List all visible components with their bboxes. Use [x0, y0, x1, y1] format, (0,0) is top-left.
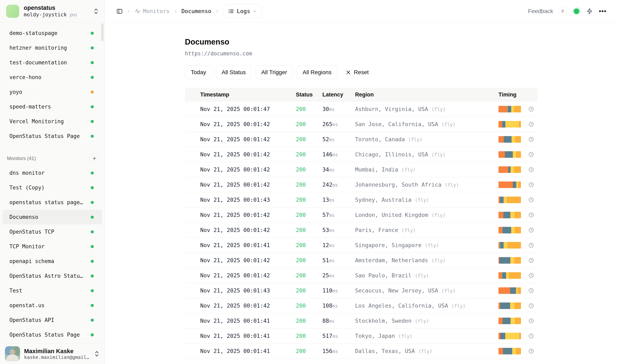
workspace-plan-badge: pro	[70, 12, 77, 17]
timing-details-button[interactable]	[527, 272, 535, 280]
sidebar-monitor-test[interactable]: Test	[2, 283, 102, 298]
sidebar-page-yoyo[interactable]: yoyo	[2, 85, 102, 99]
timing-details-button[interactable]	[527, 196, 535, 204]
cell-status: 200	[296, 166, 322, 173]
activity-icon	[134, 8, 141, 14]
feedback-button[interactable]: Feedback	[528, 8, 553, 14]
filter-date[interactable]: Today	[185, 65, 212, 79]
log-row[interactable]: Nov 21, 2025 00:01:42 200 265ms San Jose…	[185, 117, 538, 132]
sidebar-item-label: OpenStatus API	[9, 317, 91, 323]
sidebar-monitor-openstatus-astro-statu[interactable]: OpenStatus Astro Statu…	[2, 269, 102, 283]
timing-details-button[interactable]	[527, 332, 535, 340]
breadcrumb-monitors[interactable]: Monitors	[134, 8, 169, 14]
timing-details-button[interactable]	[527, 166, 535, 174]
sidebar-item-label: openstatus status page…	[9, 199, 91, 205]
log-row[interactable]: Nov 21, 2025 00:01:41 200 88ms Stockholm…	[185, 313, 538, 328]
timing-details-button[interactable]	[527, 241, 535, 249]
timing-segment-tls	[500, 302, 510, 309]
timing-details-button[interactable]	[527, 150, 535, 159]
log-row[interactable]: Nov 21, 2025 00:01:42 200 108ms Los Ange…	[185, 298, 538, 313]
cell-region: Toronto, Canada (fly)	[355, 136, 499, 143]
sidebar-monitor-openstatus-status-page[interactable]: openstatus status page…	[2, 195, 102, 210]
timing-details-button[interactable]	[527, 135, 535, 143]
log-row[interactable]: Nov 21, 2025 00:01:42 200 146ms Chicago,…	[185, 147, 538, 162]
sidebar-page-hetzner-monitoring[interactable]: hetzner monitoring	[2, 40, 102, 55]
status-dot	[91, 120, 94, 123]
sidebar-item-label: Vercel Monitoring	[9, 118, 91, 124]
log-row[interactable]: Nov 21, 2025 00:01:42 200 57ms London, U…	[185, 208, 538, 222]
reset-filters-button[interactable]: Reset	[346, 69, 369, 76]
status-dot	[91, 61, 94, 64]
clock-icon	[528, 349, 534, 354]
workspace-name: openstatus	[24, 4, 89, 11]
sidebar-monitor-openstatus-api[interactable]: OpenStatus API	[2, 313, 102, 327]
sidebar-scrollbar[interactable]	[101, 23, 103, 41]
more-options-button[interactable]: •••	[599, 8, 606, 15]
cell-latency: 53ms	[322, 227, 355, 233]
log-row[interactable]: Nov 21, 2025 00:01:42 200 51ms Amsterdam…	[185, 253, 538, 268]
user-menu[interactable]: Maximilian Kaske kaske.maximilian@gmail…	[0, 343, 104, 364]
sidebar-monitor-openstat-us[interactable]: openstat.us	[2, 298, 102, 313]
timing-details-button[interactable]	[527, 347, 535, 355]
log-row[interactable]: Nov 21, 2025 00:01:47 200 30ms Ashburn, …	[185, 102, 538, 117]
sidebar-toggle-button[interactable]	[116, 8, 123, 14]
status-dot	[91, 289, 94, 292]
add-monitor-button[interactable]	[90, 154, 99, 163]
latency-unit: ms	[329, 273, 335, 278]
sidebar-item-label: yoyo	[9, 89, 91, 95]
sidebar-page-vercel-monitoring[interactable]: Vercel Monitoring	[2, 114, 102, 129]
timing-details-button[interactable]	[527, 302, 535, 310]
log-row[interactable]: Nov 21, 2025 00:01:41 200 156ms Dallas, …	[185, 344, 538, 359]
timing-details-button[interactable]	[527, 181, 535, 189]
log-row[interactable]: Nov 21, 2025 00:01:42 200 25ms Sao Paulo…	[185, 268, 538, 283]
timing-details-button[interactable]	[527, 120, 535, 128]
log-row[interactable]: Nov 21, 2025 00:01:42 200 52ms Toronto, …	[185, 132, 538, 147]
sidebar-page-test-documentation[interactable]: test-documentation	[2, 55, 102, 70]
cell-region: Los Angeles, California, USA (fly)	[355, 302, 499, 309]
sidebar-monitor-openapi-schema[interactable]: openapi schema	[2, 254, 102, 269]
sidebar-page-verce-hono[interactable]: verce-hono	[2, 70, 102, 85]
timing-segment-ttfb	[516, 287, 518, 294]
latency-unit: ms	[329, 197, 335, 203]
command-menu-button[interactable]	[586, 8, 593, 15]
timing-segment-dns	[499, 136, 504, 143]
log-row[interactable]: Nov 21, 2025 00:01:41 200 12ms Singapore…	[185, 238, 538, 253]
log-row[interactable]: Nov 21, 2025 00:01:42 200 242ms Johannes…	[185, 177, 538, 192]
sidebar-page-speed-matters[interactable]: speed-matters	[2, 99, 102, 114]
breadcrumb-monitor-name[interactable]: Documenso	[181, 8, 211, 14]
log-row[interactable]: Nov 21, 2025 00:01:41 200 517ms Tokyo, J…	[185, 328, 538, 344]
sidebar-monitor-openstatus-status-page[interactable]: OpenStatus Status Page	[2, 327, 102, 342]
sidebar-page-openstatus-status-page[interactable]: OpenStatus Status Page	[2, 129, 102, 143]
timing-segment-ttfb	[510, 302, 515, 309]
log-row[interactable]: Nov 21, 2025 00:01:43 200 110ms Secaucus…	[185, 283, 538, 298]
main-area: › Monitors › Documenso › Logs Feedback F	[105, 0, 618, 364]
clock-icon	[528, 212, 534, 218]
timing-details-button[interactable]	[527, 226, 535, 234]
timing-bar	[499, 136, 521, 143]
filter-status[interactable]: All Status	[216, 65, 252, 79]
timing-details-button[interactable]	[527, 105, 535, 113]
timing-details-button[interactable]	[527, 286, 535, 295]
timing-details-button[interactable]	[527, 211, 535, 219]
log-row[interactable]: Nov 21, 2025 00:01:42 200 53ms Paris, Fr…	[185, 222, 538, 238]
timing-details-button[interactable]	[527, 256, 535, 264]
system-status-indicator[interactable]	[573, 7, 580, 15]
cell-status: 200	[296, 242, 322, 248]
filter-regions[interactable]: All Regions	[297, 65, 337, 79]
sidebar-monitor-documenso[interactable]: Documenso	[2, 210, 102, 224]
sidebar-item-label: speed-matters	[9, 104, 91, 110]
filter-trigger[interactable]: All Trigger	[255, 65, 293, 79]
sidebar-monitor-tcp-monitor[interactable]: TCP Monitor	[2, 239, 102, 254]
breadcrumb-separator: ›	[216, 8, 218, 14]
timing-details-button[interactable]	[527, 317, 535, 325]
view-selector-logs[interactable]: Logs	[223, 4, 262, 18]
log-row[interactable]: Nov 21, 2025 00:01:42 200 34ms Mumbai, I…	[185, 162, 538, 177]
sidebar-monitor-openstatus-tcp[interactable]: OpenStatus TCP	[2, 224, 102, 239]
timing-bar	[499, 182, 521, 188]
sidebar-item-label: dns monitor	[9, 170, 91, 176]
sidebar-monitor-dns-monitor[interactable]: dns monitor	[2, 166, 102, 180]
log-row[interactable]: Nov 21, 2025 00:01:43 200 13ms Sydney, A…	[185, 192, 538, 208]
sidebar-monitor-test-copy[interactable]: Test (Copy)	[2, 180, 102, 195]
sidebar-page-demo-statuspage[interactable]: demo-statuspage	[2, 26, 102, 40]
workspace-switcher[interactable]: openstatus moldy-joystick pro	[0, 0, 104, 23]
